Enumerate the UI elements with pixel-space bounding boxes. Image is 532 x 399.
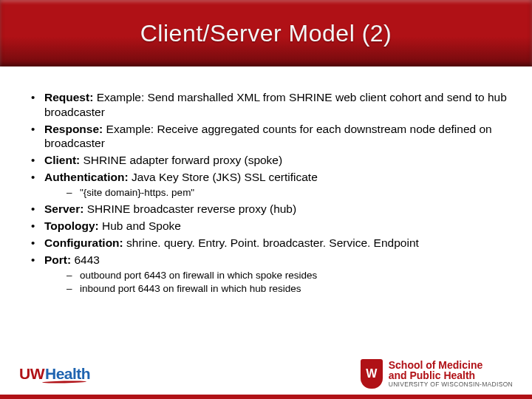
sub-list: "{site domain}-https. pem"	[44, 186, 507, 199]
text: Example: Send marshalled XML from SHRINE…	[44, 91, 507, 118]
sub-pem: "{site domain}-https. pem"	[44, 186, 507, 199]
health-label: Health	[45, 365, 90, 382]
smph-line2: and Public Health	[389, 370, 513, 381]
smph-logo: School of Medicine and Public Health UNI…	[361, 359, 513, 389]
title-header: Client/Server Model (2)	[0, 0, 532, 66]
label: Client:	[44, 154, 80, 166]
uw-text: UW	[19, 365, 44, 383]
smph-line3: UNIVERSITY OF WISCONSIN-MADISON	[389, 381, 513, 388]
bullet-response: Response: Example: Receive aggregated co…	[25, 122, 507, 151]
bullet-client: Client: SHRINE adapter forward proxy (sp…	[25, 153, 507, 168]
bullet-authentication: Authentication: Java Key Store (JKS) SSL…	[25, 170, 507, 199]
uw-crest-icon	[361, 359, 383, 389]
sub-outbound: outbound port 6443 on firewall in which …	[44, 269, 507, 282]
label: Port:	[44, 253, 71, 266]
sub-list: outbound port 6443 on firewall in which …	[44, 269, 507, 296]
bullet-topology: Topology: Hub and Spoke	[25, 219, 507, 233]
smph-line1: School of Medicine	[389, 360, 513, 370]
label: Response:	[44, 123, 103, 135]
bullet-server: Server: SHRINE broadcaster reverse proxy…	[25, 202, 507, 216]
text: SHRINE adapter forward proxy (spoke)	[80, 154, 282, 166]
text: Example: Receive aggregated counts for e…	[44, 123, 492, 150]
health-text: Health	[45, 365, 90, 383]
bullet-request: Request: Example: Send marshalled XML fr…	[25, 90, 507, 120]
text: shrine. query. Entry. Point. broadcaster…	[123, 236, 419, 249]
text: SHRINE broadcaster reverse proxy (hub)	[83, 202, 296, 215]
label: Server:	[44, 202, 83, 215]
bullet-configuration: Configuration: shrine. query. Entry. Poi…	[25, 236, 507, 250]
slide-body: Request: Example: Send marshalled XML fr…	[0, 66, 532, 295]
uwhealth-logo: UW Health	[19, 365, 90, 383]
label: Authentication:	[44, 171, 129, 183]
text: Java Key Store (JKS) SSL certificate	[129, 171, 318, 183]
label: Topology:	[44, 219, 99, 232]
label: Request:	[44, 91, 93, 103]
slide-title: Client/Server Model (2)	[140, 20, 392, 47]
footer-bar: UW Health School of Medicine and Public …	[0, 356, 532, 399]
text: Hub and Spoke	[99, 219, 181, 232]
sub-inbound: inbound port 6443 on firewall in which h…	[44, 282, 507, 295]
smph-text: School of Medicine and Public Health UNI…	[389, 360, 513, 388]
bullet-list: Request: Example: Send marshalled XML fr…	[25, 90, 507, 295]
text: 6443	[71, 253, 100, 266]
bullet-port: Port: 6443 outbound port 6443 on firewal…	[25, 253, 507, 295]
label: Configuration:	[44, 236, 123, 249]
